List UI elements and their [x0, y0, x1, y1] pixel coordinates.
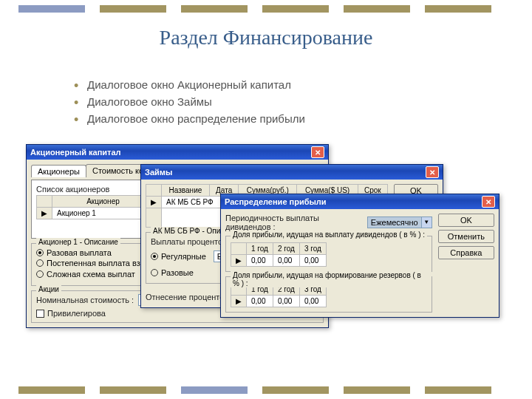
chevron-down-icon: ▼ [423, 219, 429, 225]
cancel-button[interactable]: Отменить [438, 230, 494, 243]
col-header: 3 год [299, 243, 326, 255]
bottom-stripes [18, 386, 491, 394]
row-handle-icon[interactable]: ▶ [37, 208, 52, 219]
value-cell[interactable]: 0,00 [247, 255, 273, 267]
bullet-list: Диалоговое окно Акционерный капитал Диал… [44, 74, 305, 129]
table-row[interactable]: Акционер 1 [52, 208, 154, 219]
privileged-label: Привилегирова [47, 309, 106, 318]
page-title: Раздел Финансирование [0, 26, 532, 50]
window-title: Займы [145, 168, 172, 177]
fieldset-legend: Акционер 1 - Описание [36, 238, 120, 246]
close-icon[interactable]: ✕ [426, 166, 439, 178]
window-title: Акционерный капитал [30, 148, 121, 157]
close-icon[interactable]: ✕ [482, 196, 495, 208]
row-handle-icon[interactable]: ▶ [146, 197, 162, 208]
period-select[interactable]: Ежемесячно▼ [367, 216, 432, 228]
list-item: Диалоговое окно распределение прибыли [74, 112, 305, 125]
fieldset-legend: Акции [36, 285, 61, 293]
value-cell[interactable]: 0,00 [299, 255, 326, 267]
period-label: Периодичность выплаты дивидендов : [225, 214, 363, 231]
close-icon[interactable]: ✕ [311, 146, 324, 158]
value-cell[interactable]: 0,00 [299, 296, 326, 307]
col-header: Акционер [52, 196, 154, 208]
titlebar-dividends[interactable]: Распределение прибыли ✕ [221, 194, 499, 209]
value-cell[interactable]: 0,00 [247, 296, 273, 307]
top-stripes [18, 5, 491, 13]
col-header: Название [162, 185, 210, 197]
window-title: Распределение прибыли [225, 197, 327, 206]
fieldset-legend: Доля прибыли, идущая на формирование рез… [231, 271, 432, 287]
tab-shareholders[interactable]: Акционеры [31, 165, 86, 177]
fieldset-legend: Доля прибыли, идущая на выплату дивиденд… [231, 231, 427, 239]
window-dividends: Распределение прибыли ✕ Периодичность вы… [220, 194, 499, 318]
col-header: 2 год [273, 243, 299, 255]
titlebar-share[interactable]: Акционерный капитал ✕ [27, 145, 328, 160]
row-handle-icon[interactable]: ▶ [231, 296, 247, 307]
nominal-label: Номинальная стоимость : [36, 296, 134, 304]
ok-button[interactable]: OK [438, 214, 494, 227]
privileged-checkbox[interactable] [36, 310, 44, 318]
row-handle-icon[interactable]: ▶ [231, 255, 247, 267]
titlebar-loans[interactable]: Займы ✕ [141, 165, 443, 180]
col-header: 1 год [247, 243, 273, 255]
value-cell[interactable]: 0,00 [273, 296, 299, 307]
list-item: Диалоговое окно Займы [74, 95, 305, 108]
list-item: Диалоговое окно Акционерный капитал [74, 78, 305, 91]
help-button[interactable]: Справка [438, 246, 494, 259]
value-cell[interactable]: 0,00 [273, 255, 299, 267]
